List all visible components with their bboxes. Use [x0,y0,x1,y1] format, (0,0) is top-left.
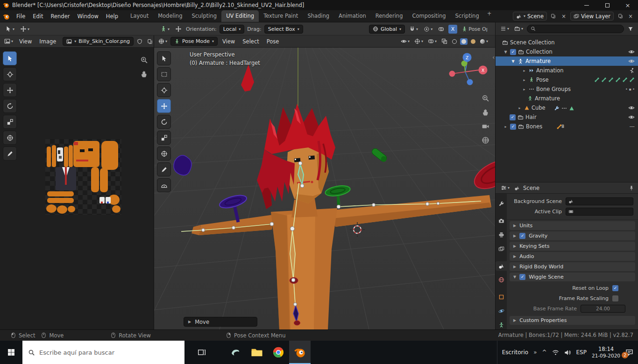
tab-animation[interactable]: Animation [334,10,371,22]
tab-uv-editing[interactable]: UV Editing [221,10,259,22]
start-button[interactable] [0,341,22,364]
tab-data[interactable] [496,320,507,329]
language-indicator[interactable]: ESP [576,349,587,356]
menu-file[interactable]: File [13,10,29,22]
desktop-label[interactable]: Escritorio [502,349,528,356]
widget-purple-blob[interactable] [174,155,191,175]
outliner-row-cube[interactable]: ▸ Cube [496,103,638,112]
file-explorer-taskbar-button[interactable] [246,341,268,364]
tab-modeling[interactable]: Modeling [153,10,187,22]
vp-camera-view-icon[interactable] [482,122,489,130]
vp-active-tool-dropdown[interactable]: ▾ [159,24,171,34]
tab-sculpting[interactable]: Sculpting [187,10,221,22]
uv-active-tool-dropdown[interactable]: ▾ [4,24,16,34]
clock[interactable]: 18:14 21-09-2020 [592,346,620,359]
vp-zoom-icon[interactable] [482,94,489,102]
hair-checkbox[interactable]: ✓ [510,114,516,120]
disabled-toggle[interactable]: — [630,123,635,130]
tab-shading[interactable]: Shading [303,10,334,22]
gravity-checkbox[interactable]: ✓ [519,233,525,239]
orientation-dropdown[interactable]: Local▾ [220,25,245,34]
menu-help[interactable]: Help [102,10,122,22]
sidebar-collapse-icon[interactable]: ‹ [492,54,495,61]
hide-toggle[interactable] [628,58,635,65]
expand-toggle[interactable]: ▸ [522,69,527,73]
snap-toggle[interactable]: ▾ [408,24,419,34]
tab-output[interactable] [496,231,507,240]
outliner-row-pose[interactable]: ▸ Pose [496,75,638,84]
tab-rendering[interactable]: Rendering [371,10,408,22]
frame-rate-scaling-checkbox[interactable] [612,295,618,301]
uv-tool-transform[interactable] [3,131,17,145]
vp-tool-cursor[interactable] [157,83,171,97]
network-icon[interactable] [552,349,559,356]
proportional-edit-toggle[interactable]: ▾ [422,24,434,34]
viewport-canvas[interactable]: User Perspective (0) Armature : HeadTarg… [154,48,495,329]
gizmos-dropdown[interactable]: ▾ [413,36,425,47]
blender-menu-button[interactable] [0,10,13,22]
remove-view-layer-button[interactable]: × [627,12,634,21]
mode-selector[interactable]: Pose Mode▾ [170,37,218,46]
active-clip-field[interactable] [566,208,633,216]
hide-toggle[interactable] [628,114,635,121]
menu-render[interactable]: Render [47,10,74,22]
tab-physics[interactable] [496,306,507,315]
tab-object[interactable] [496,293,507,302]
hide-toggle[interactable] [628,105,635,112]
add-workspace-button[interactable]: + [484,10,495,22]
taskbar-search-input[interactable] [39,349,179,356]
shading-rendered-button[interactable]: ▾ [479,38,489,45]
uv-snap-dropdown[interactable]: ▾ [19,24,31,34]
outliner-row-scene-collection[interactable]: Scene Collection [496,38,638,47]
base-frame-rate-field[interactable]: 24.00 [581,305,625,313]
expand-toggle[interactable]: ▼ [510,59,516,63]
mirror-x-toggle[interactable]: X [448,25,457,34]
vp-tool-select-box[interactable] [157,67,171,81]
vp-ortho-toggle-icon[interactable] [482,136,489,144]
maximize-button[interactable] [597,0,617,10]
menu-window[interactable]: Window [73,10,102,22]
section-gravity[interactable]: ▶✓Gravity [510,231,635,240]
section-keying-sets[interactable]: ▶Keying Sets [510,242,635,251]
tab-render[interactable] [496,217,507,226]
unlink-scene-button[interactable]: × [560,12,567,21]
uv-tool-tweak[interactable] [3,51,17,65]
pin-icon[interactable] [629,185,634,191]
tab-scene[interactable] [496,261,507,271]
vp-move-tool-icon[interactable] [174,24,183,34]
uv-tool-move[interactable] [3,83,17,97]
outliner-filter-button[interactable] [626,24,635,34]
gizmo-axis-x-neg[interactable] [449,71,455,77]
minimize-button[interactable] [576,0,597,10]
action-center-button[interactable]: 2 [625,349,633,357]
uv-tool-cursor[interactable] [3,67,17,81]
shading-material-button[interactable] [469,38,477,45]
transform-orientation-dropdown[interactable]: Global▾ [369,25,405,34]
outliner-search[interactable] [527,25,624,33]
shading-solid-button[interactable] [460,38,468,45]
background-scene-field[interactable] [566,197,633,205]
uv-menu-image[interactable]: Image [36,38,59,45]
outliner-row-armature-object[interactable]: ▼ Armature [496,56,638,66]
tab-world[interactable] [496,275,507,285]
uv-pan-icon[interactable] [140,70,148,78]
tab-tool[interactable] [496,199,507,209]
uv-zoom-icon[interactable] [140,56,148,64]
vp-tool-scale[interactable] [157,131,171,145]
expand-toggle[interactable]: ▼ [503,50,508,54]
collection-checkbox[interactable]: ✓ [510,49,516,55]
properties-editor-type-dropdown[interactable]: ▾ [499,183,511,193]
chrome-taskbar-button[interactable] [268,341,289,364]
tab-texture-paint[interactable]: Texture Paint [259,10,303,22]
vp-tool-transform[interactable] [157,147,171,161]
new-image-button[interactable] [146,36,154,47]
outliner-row-armature-data[interactable]: Armature [496,94,638,103]
viewport-editor-type-dropdown[interactable]: ▾ [157,36,169,47]
hidden-icons-caret[interactable]: ^ [542,349,546,356]
hide-toggle[interactable] [628,49,635,56]
vp-tool-tweak[interactable] [157,51,171,65]
outliner-editor-type-dropdown[interactable]: ▾ [499,24,510,34]
outliner-display-mode-dropdown[interactable]: ▾ [513,24,525,34]
image-datablock-selector[interactable]: ▾ Billy_Skin_Color.png [63,37,134,46]
drag-dropdown[interactable]: Select Box▾ [264,25,303,34]
